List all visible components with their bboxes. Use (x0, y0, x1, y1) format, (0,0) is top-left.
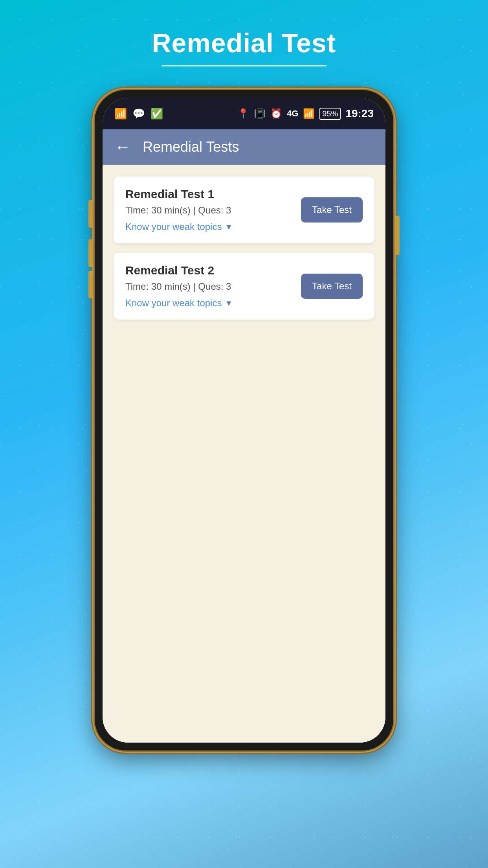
test-1-name: Remedial Test 1 (125, 188, 301, 201)
battery-label: 95% (319, 108, 341, 120)
phone-frame: 📶 💬 ✅ 📍 📳 ⏰ 4G 📶 95% 19:23 ← Remedial Te… (95, 90, 393, 750)
test-2-weak-topics-label: Know your weak topics (125, 298, 222, 309)
test-card-2-left: Remedial Test 2 Time: 30 min(s) | Ques: … (125, 264, 301, 309)
test-2-weak-topics[interactable]: Know your weak topics ▼ (125, 298, 301, 309)
location-icon: 📍 (237, 108, 249, 119)
status-bar: 📶 💬 ✅ 📍 📳 ⏰ 4G 📶 95% 19:23 (103, 98, 385, 129)
clock-time: 19:23 (345, 107, 374, 120)
page-title-section: Remedial Test (152, 28, 336, 66)
test-1-weak-topics[interactable]: Know your weak topics ▼ (125, 221, 301, 232)
signal-icon: 📶 (303, 108, 315, 119)
test-2-dropdown-icon: ▼ (225, 299, 233, 308)
test-2-name: Remedial Test 2 (125, 264, 301, 277)
network-label: 4G (287, 108, 298, 119)
check-icon: ✅ (150, 108, 163, 120)
header-title: Remedial Tests (143, 139, 239, 155)
test-1-take-test-button[interactable]: Take Test (301, 197, 363, 223)
phone-inner: 📶 💬 ✅ 📍 📳 ⏰ 4G 📶 95% 19:23 ← Remedial Te… (103, 98, 385, 743)
alarm-icon: ⏰ (270, 108, 282, 119)
test-2-take-test-button[interactable]: Take Test (301, 274, 363, 299)
app-header: ← Remedial Tests (103, 129, 385, 165)
content-area: Remedial Test 1 Time: 30 min(s) | Ques: … (103, 165, 385, 743)
page-title: Remedial Test (152, 28, 336, 58)
vibrate-icon: 📳 (254, 108, 266, 119)
test-card-2: Remedial Test 2 Time: 30 min(s) | Ques: … (114, 253, 374, 320)
status-right-icons: 📍 📳 ⏰ 4G 📶 95% 19:23 (237, 107, 374, 120)
test-1-weak-topics-label: Know your weak topics (125, 221, 222, 232)
test-card-1-left: Remedial Test 1 Time: 30 min(s) | Ques: … (125, 188, 301, 232)
title-underline (161, 65, 327, 66)
test-1-meta: Time: 30 min(s) | Ques: 3 (125, 205, 301, 216)
message-icon: 💬 (132, 108, 145, 120)
wifi-icon: 📶 (114, 108, 127, 120)
test-card-1: Remedial Test 1 Time: 30 min(s) | Ques: … (114, 177, 374, 243)
test-2-meta: Time: 30 min(s) | Ques: 3 (125, 281, 301, 292)
back-button[interactable]: ← (114, 138, 131, 156)
test-1-dropdown-icon: ▼ (225, 223, 233, 232)
status-left-icons: 📶 💬 ✅ (114, 108, 163, 120)
